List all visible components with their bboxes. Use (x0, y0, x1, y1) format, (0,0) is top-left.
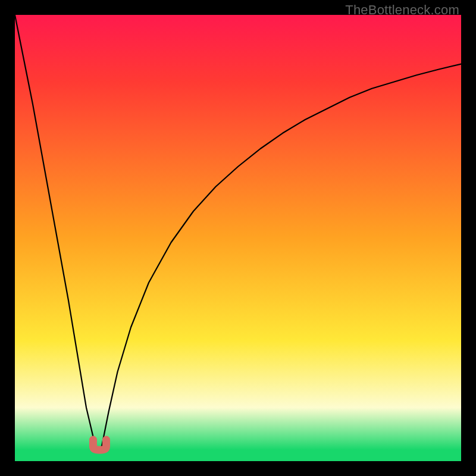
bottleneck-curve (15, 15, 461, 450)
optimum-marker (93, 440, 107, 450)
curve-layer (15, 15, 461, 461)
watermark-text: TheBottleneck.com (345, 2, 459, 18)
plot-frame (15, 15, 461, 461)
